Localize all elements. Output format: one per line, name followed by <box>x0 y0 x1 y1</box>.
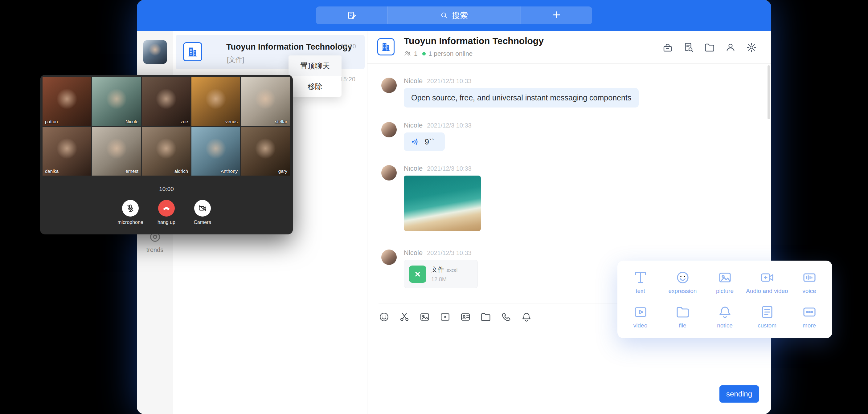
panel-item-text[interactable]: text <box>619 265 661 299</box>
search-box[interactable]: 搜索 <box>388 6 521 24</box>
avatar[interactable] <box>381 165 397 181</box>
control-label: hang up <box>157 220 176 225</box>
send-button[interactable]: sending <box>719 385 759 403</box>
chat-scrollbar-thumb[interactable] <box>768 65 770 119</box>
video-tile[interactable]: venus <box>191 77 240 126</box>
menu-item-pin-chat[interactable]: 置顶聊天 <box>288 56 342 76</box>
sender-name: Nicole <box>404 249 423 257</box>
video-tile[interactable]: ernest <box>92 127 141 176</box>
message-voice: Nicole 2021/12/3 10:33 9`` <box>381 121 753 151</box>
file-bubble[interactable]: 文件.excel 12.8M <box>404 260 478 288</box>
camera-toggle-button[interactable] <box>194 200 211 217</box>
chat-header: Tuoyun Information Technology 1 1 person… <box>367 31 771 64</box>
message-meta: Nicole 2021/12/3 10:33 <box>404 249 753 258</box>
participant-name: patton <box>45 119 58 124</box>
chat-record-search-icon[interactable] <box>683 42 694 53</box>
avatar[interactable] <box>381 122 397 137</box>
trends-label: trends <box>137 247 173 254</box>
file-ext: .excel <box>445 267 458 273</box>
video-play-icon <box>633 305 648 319</box>
notification-bell-icon[interactable] <box>521 311 532 322</box>
group-avatar <box>183 42 202 61</box>
video-grid: patton Nicole zoe venus stellar danika e… <box>42 77 290 176</box>
message-time: 2021/12/3 10:33 <box>427 250 472 257</box>
video-tile[interactable]: gary <box>241 127 290 176</box>
folder-icon[interactable] <box>480 311 491 322</box>
avatar[interactable] <box>381 77 397 93</box>
participant-name: venus <box>225 119 238 124</box>
conversation-title: Tuoyun Information Technology <box>226 42 352 52</box>
building-icon <box>381 41 391 52</box>
panel-item-voice[interactable]: voice <box>788 265 830 299</box>
members-icon[interactable] <box>725 42 736 53</box>
compose-note-button[interactable] <box>316 6 388 24</box>
panel-item-audio-video[interactable]: Audio and video <box>746 265 788 299</box>
announcement-icon[interactable] <box>662 42 673 53</box>
text-bubble[interactable]: Open source, free, and universal instant… <box>404 88 639 107</box>
sender-name: Nicole <box>404 164 423 172</box>
video-tile[interactable]: Anthony <box>191 127 240 176</box>
excel-file-icon <box>409 265 426 283</box>
add-button[interactable]: + <box>521 6 592 24</box>
hang-up-button[interactable] <box>158 200 175 217</box>
participant-name: zoe <box>181 119 188 124</box>
participant-name: aldrich <box>175 168 188 174</box>
voice-icon <box>802 270 817 285</box>
video-tile[interactable]: patton <box>42 77 91 126</box>
sender-name: Nicole <box>404 77 423 85</box>
topbar: 搜索 + <box>137 0 771 31</box>
chat-subtitle: 1 1 person online <box>404 50 472 57</box>
video-tile[interactable]: zoe <box>142 77 190 126</box>
panel-item-picture[interactable]: picture <box>704 265 746 299</box>
call-duration: 10:00 <box>40 186 293 193</box>
settings-gear-icon[interactable] <box>746 42 757 53</box>
video-tile[interactable]: aldrich <box>142 127 190 176</box>
panel-item-expression[interactable]: expression <box>661 265 704 299</box>
video-tile[interactable]: Nicole <box>92 77 141 126</box>
chat-panel: Tuoyun Information Technology 1 1 person… <box>367 31 771 414</box>
conversation-context-menu: 置顶聊天 移除 <box>288 56 342 97</box>
group-avatar <box>377 38 395 56</box>
more-dots-icon <box>802 305 817 319</box>
member-count: 1 <box>414 50 418 57</box>
phone-icon[interactable] <box>501 311 512 322</box>
video-tile[interactable]: danika <box>42 127 91 176</box>
participant-name: danika <box>45 168 59 174</box>
message-type-panel: text expression picture Audio and video … <box>617 261 832 338</box>
control-label: microphone <box>118 220 143 225</box>
search-icon <box>440 11 448 20</box>
voice-bubble[interactable]: 9`` <box>404 132 445 151</box>
file-folder-icon <box>675 305 690 319</box>
video-tile[interactable]: stellar <box>241 77 290 126</box>
emoji-icon[interactable] <box>378 311 390 322</box>
panel-item-notice[interactable]: notice <box>704 299 746 334</box>
panel-item-custom[interactable]: custom <box>746 299 788 334</box>
message-time: 2021/12/3 10:33 <box>427 122 472 129</box>
picture-icon[interactable] <box>419 311 430 322</box>
panel-item-video[interactable]: video <box>619 299 661 334</box>
avatar[interactable] <box>381 250 397 265</box>
message-time: 2021/12/3 10:33 <box>427 77 472 85</box>
image-thumbnail-beach[interactable] <box>404 176 481 231</box>
user-avatar[interactable] <box>143 40 167 64</box>
building-icon <box>187 46 198 58</box>
panel-item-more[interactable]: more <box>788 299 830 334</box>
contact-card-icon[interactable] <box>460 311 471 322</box>
search-label: 搜索 <box>452 10 468 21</box>
video-icon[interactable] <box>439 311 451 322</box>
file-size: 12.8M <box>431 276 458 283</box>
conversation-time: 15:20 <box>341 43 356 50</box>
voice-waves-icon <box>410 137 421 147</box>
menu-item-remove[interactable]: 移除 <box>288 76 342 97</box>
file-info: 文件.excel 12.8M <box>431 265 458 283</box>
message-meta: Nicole 2021/12/3 10:33 <box>404 164 753 174</box>
chat-title: Tuoyun Information Technology <box>404 36 544 46</box>
message-meta: Nicole 2021/12/3 10:33 <box>404 121 753 131</box>
panel-item-file[interactable]: file <box>661 299 704 334</box>
message-image: Nicole 2021/12/3 10:33 <box>381 164 753 231</box>
scissors-icon[interactable] <box>399 311 410 322</box>
call-controls: microphone hang up Camera <box>40 200 293 225</box>
microphone-toggle-button[interactable] <box>122 200 139 217</box>
files-folder-icon[interactable] <box>704 42 715 53</box>
picture-icon <box>718 270 733 285</box>
